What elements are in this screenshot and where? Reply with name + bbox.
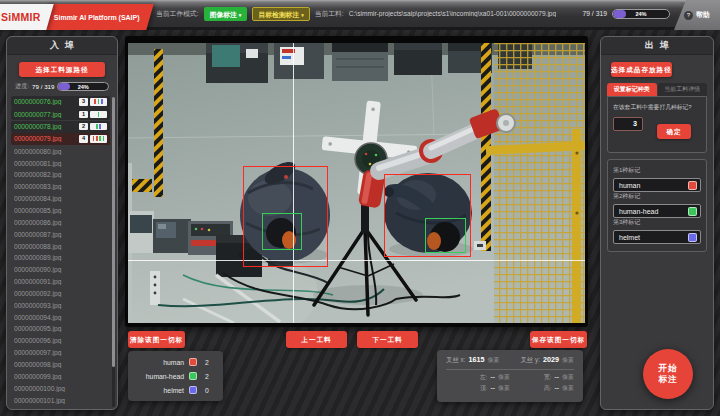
file-list-item[interactable]: 0000000087.jpg bbox=[11, 228, 110, 240]
class-count-question: 在该套工料中需要打几种标记? bbox=[613, 103, 701, 112]
class-ordinal-label: 第1种标记 bbox=[613, 166, 701, 175]
logo: SiMMIR bbox=[0, 4, 54, 30]
file-list-item[interactable]: 0000000091.jpg bbox=[11, 276, 110, 288]
class-color-swatch bbox=[189, 358, 197, 366]
file-list-item[interactable]: 0000000076.jpg 3 bbox=[11, 96, 110, 108]
question-icon: ? bbox=[684, 11, 693, 20]
app-title: Simmir AI Platform (SAIP) bbox=[40, 4, 153, 30]
detection-type-dropdown[interactable]: 目标检测标注▾ bbox=[252, 7, 309, 21]
annotation-color-bars bbox=[90, 98, 107, 106]
save-annotations-button[interactable]: 保存该图一切标记 bbox=[530, 331, 587, 348]
class-definitions-box: 第1种标记 human 第2种标记 human-head 第3种标记 bbox=[607, 159, 707, 252]
confirm-button[interactable]: 确定 bbox=[657, 124, 691, 139]
legend-row: helmet 0 bbox=[128, 383, 223, 397]
top-progress-bar: 24% bbox=[612, 9, 670, 19]
class-count: 0 bbox=[202, 387, 212, 394]
file-list-item[interactable]: 0000000079.jpg 4 bbox=[11, 133, 110, 145]
class-name-input[interactable]: human-head bbox=[613, 204, 701, 218]
current-file-label: 当前工料: bbox=[315, 9, 344, 19]
mode-label: 当前工作模式: bbox=[156, 9, 199, 19]
class-count-input[interactable]: 3 bbox=[613, 117, 643, 131]
chevron-down-icon: ▾ bbox=[239, 12, 242, 18]
image-viewer bbox=[125, 36, 588, 327]
file-list-item[interactable]: 0000000083.jpg bbox=[11, 181, 110, 193]
file-list-item[interactable]: 0000000095.jpg bbox=[11, 323, 110, 335]
file-list-item[interactable]: 0000000094.jpg bbox=[11, 311, 110, 323]
app-window: — ▢ ✕ SiMMIR Simmir AI Platform (SAIP) 当… bbox=[0, 0, 720, 416]
crosshair-x-value: 1615 bbox=[469, 355, 485, 364]
file-list-item[interactable]: 0000000099.jpg bbox=[11, 370, 110, 382]
class-definition: 第3种标记 helmet bbox=[613, 218, 701, 244]
annotation-count-badge: 1 bbox=[79, 111, 88, 119]
next-item-button[interactable]: 下一工料 bbox=[357, 331, 418, 348]
file-list-item[interactable]: 0000000081.jpg bbox=[11, 157, 110, 169]
file-list-item[interactable]: 0000000077.jpg 1 bbox=[11, 108, 110, 120]
class-definition: 第1种标记 human bbox=[613, 166, 701, 192]
file-list-item[interactable]: 0000000097.jpg bbox=[11, 347, 110, 359]
legend-row: human 2 bbox=[128, 355, 223, 369]
file-list-item[interactable]: 0000000090.jpg bbox=[11, 264, 110, 276]
input-panel-title: 入埠 bbox=[7, 37, 117, 55]
class-definition: 第2种标记 human-head bbox=[613, 192, 701, 218]
output-panel-title: 出埠 bbox=[601, 37, 713, 55]
tab[interactable]: 设置标记种类 bbox=[607, 83, 657, 96]
class-color-swatch bbox=[189, 372, 197, 380]
start-annotation-button[interactable]: 开始标注 bbox=[643, 349, 693, 399]
file-list-item[interactable]: 0000000085.jpg bbox=[11, 205, 110, 217]
input-panel: 入埠 选择工料源路径 进度: 79 / 319 24% 0000000076.j… bbox=[6, 36, 118, 410]
top-bar: — ▢ ✕ SiMMIR Simmir AI Platform (SAIP) 当… bbox=[0, 0, 720, 30]
clear-annotations-button[interactable]: 清除该图一切标记 bbox=[128, 331, 185, 348]
photo-scene bbox=[128, 43, 585, 323]
file-list-item[interactable]: 0000000088.jpg bbox=[11, 240, 110, 252]
output-panel: 出埠 选择成品存放路径 设置标记种类 当前工料详情 在该套工料中需要打几种标记?… bbox=[600, 36, 714, 410]
class-count: 2 bbox=[202, 373, 212, 380]
annotation-color-bars bbox=[90, 123, 107, 131]
file-list-item[interactable]: 0000000082.jpg bbox=[11, 169, 110, 181]
class-ordinal-label: 第2种标记 bbox=[613, 192, 701, 201]
current-file-path: C:\simmir-projects\saip\projects\s1\inco… bbox=[349, 10, 556, 17]
top-progress-count: 79 / 319 bbox=[582, 10, 607, 17]
file-list-item[interactable]: 0000000089.jpg bbox=[11, 252, 110, 264]
annotation-count-badge: 2 bbox=[79, 123, 88, 131]
crosshair-horizontal bbox=[128, 260, 585, 261]
crosshair-y-value: 2029 bbox=[543, 355, 559, 364]
file-list-scrollbar[interactable] bbox=[112, 97, 115, 407]
list-progress: 进度: 79 / 319 24% bbox=[7, 82, 117, 95]
file-list-item[interactable]: 0000000086.jpg bbox=[11, 216, 110, 228]
file-list-item[interactable]: 0000000078.jpg 2 bbox=[11, 121, 110, 133]
class-name-input[interactable]: human bbox=[613, 178, 701, 192]
class-name-input[interactable]: helmet bbox=[613, 230, 701, 244]
class-color-picker[interactable] bbox=[688, 181, 697, 190]
class-color-picker[interactable] bbox=[688, 207, 697, 216]
image-annotation-mode-dropdown[interactable]: 图像标注▾ bbox=[204, 7, 248, 21]
annotation-color-bars bbox=[90, 135, 107, 143]
previous-item-button[interactable]: 上一工料 bbox=[286, 331, 347, 348]
file-list: 0000000076.jpg 3 0000000077.jpg 1 000000… bbox=[7, 95, 117, 409]
file-list-item[interactable]: 0000000096.jpg bbox=[11, 335, 110, 347]
file-list-item[interactable]: 0000000093.jpg bbox=[11, 299, 110, 311]
file-list-item[interactable]: 0000000098.jpg bbox=[11, 359, 110, 371]
class-count-box: 在该套工料中需要打几种标记? 3 确定 bbox=[607, 96, 707, 153]
work-image[interactable] bbox=[128, 43, 585, 323]
coordinates-panel: 叉丝 x: 1615 像素 叉丝 y: 2029 像素 左:--像素 宽:--像… bbox=[437, 350, 583, 402]
file-list-item[interactable]: 00000000101.jpg bbox=[11, 394, 110, 406]
class-legend: human 2 human-head 2 helmet 0 bbox=[128, 351, 223, 401]
annotation-box[interactable] bbox=[425, 218, 466, 253]
annotation-color-bars bbox=[90, 111, 107, 119]
tab[interactable]: 当前工料详情 bbox=[658, 83, 708, 96]
file-list-item[interactable]: 0000000080.jpg bbox=[11, 145, 110, 157]
chevron-down-icon: ▾ bbox=[301, 12, 304, 18]
right-panel-tabs: 设置标记种类 当前工料详情 bbox=[607, 83, 707, 96]
annotation-box[interactable] bbox=[262, 213, 302, 250]
annotation-count-badge: 4 bbox=[79, 135, 88, 143]
annotation-count-badge: 3 bbox=[79, 98, 88, 106]
file-list-item[interactable]: 00000000100.jpg bbox=[11, 382, 110, 394]
class-ordinal-label: 第3种标记 bbox=[613, 218, 701, 227]
select-source-path-button[interactable]: 选择工料源路径 bbox=[19, 62, 105, 77]
legend-row: human-head 2 bbox=[128, 369, 223, 383]
select-output-path-button[interactable]: 选择成品存放路径 bbox=[611, 62, 672, 77]
file-list-item[interactable]: 0000000092.jpg bbox=[11, 288, 110, 300]
class-color-picker[interactable] bbox=[688, 233, 697, 242]
class-count: 2 bbox=[202, 359, 212, 366]
file-list-item[interactable]: 0000000084.jpg bbox=[11, 193, 110, 205]
